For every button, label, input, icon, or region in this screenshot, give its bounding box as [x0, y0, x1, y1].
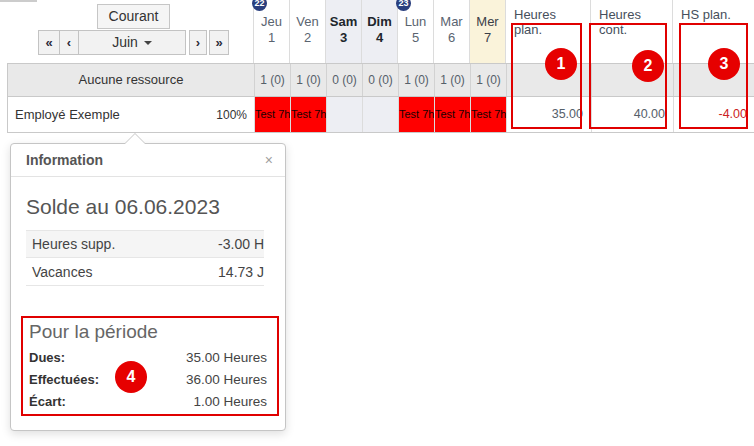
shift-cell[interactable]: Test 7h	[398, 97, 434, 132]
balance-table: Heures supp. -3.00 H Vacances 14.73 J	[26, 230, 264, 286]
balance-row-vacation: Vacances 14.73 J	[26, 258, 264, 286]
shift-cell-empty[interactable]	[362, 97, 398, 132]
day-header-dim: Dim 4	[361, 0, 397, 63]
day-count: 1 (0)	[434, 64, 470, 96]
period-row-effectuees: Effectuées: 36.00 Heures	[29, 372, 267, 387]
week-number-badge: 23	[396, 0, 411, 11]
day-count: 0 (0)	[326, 64, 362, 96]
shift-cell[interactable]: Test 7h	[254, 97, 290, 132]
shift-cell[interactable]: Test 7h	[290, 97, 326, 132]
employee-name-cell[interactable]: Employé Exemple 100%	[8, 97, 254, 132]
balance-heading: Solde au 06.06.2023	[26, 195, 270, 219]
annotation-badge-1: 1	[545, 48, 577, 80]
day-header-sam: Sam 3	[325, 0, 361, 63]
day-count: 1 (0)	[254, 64, 290, 96]
day-count: 1 (0)	[398, 64, 434, 96]
day-header-jeu: 22 Jeu 1	[253, 0, 289, 63]
period-row-dues: Dues: 35.00 Heures	[29, 350, 267, 365]
annotation-badge-4: 4	[115, 361, 147, 393]
popup-header: Information ×	[11, 144, 285, 177]
week-number-badge: 22	[252, 0, 267, 11]
annotation-box-period: Pour la période Dues: 35.00 Heures Effec…	[21, 316, 279, 416]
employee-name: Employé Exemple	[15, 107, 120, 122]
annotation-badge-3: 3	[708, 48, 740, 80]
popup-title: Information	[26, 152, 103, 168]
day-count: 1 (0)	[470, 64, 506, 96]
day-header-mar: Mar 6	[433, 0, 469, 63]
balance-row-overtime: Heures supp. -3.00 H	[26, 230, 264, 258]
period-heading: Pour la période	[29, 321, 267, 343]
day-header-ven: Ven 2	[289, 0, 325, 63]
information-popup: Information × Solde au 06.06.2023 Heures…	[10, 143, 286, 431]
close-icon[interactable]: ×	[265, 144, 273, 177]
annotation-badge-2: 2	[632, 50, 664, 82]
shift-cell[interactable]: Test 7h	[434, 97, 470, 132]
period-row-ecart: Écart: 1.00 Heures	[29, 394, 267, 409]
shift-cell-empty[interactable]	[326, 97, 362, 132]
day-count: 1 (0)	[290, 64, 326, 96]
day-header-mer: Mer 7	[469, 0, 505, 63]
day-count: 0 (0)	[362, 64, 398, 96]
group-row-label: Aucune ressource	[8, 64, 254, 96]
planning-screen: Courant « ‹ Juin › » 22 Jeu 1 Ven 2 Sam …	[0, 0, 754, 446]
employee-occupancy: 100%	[216, 108, 247, 122]
day-header-lun: 23 Lun 5	[397, 0, 433, 63]
shift-cell[interactable]: Test 7h	[470, 97, 506, 132]
resource-column-header	[7, 0, 253, 63]
